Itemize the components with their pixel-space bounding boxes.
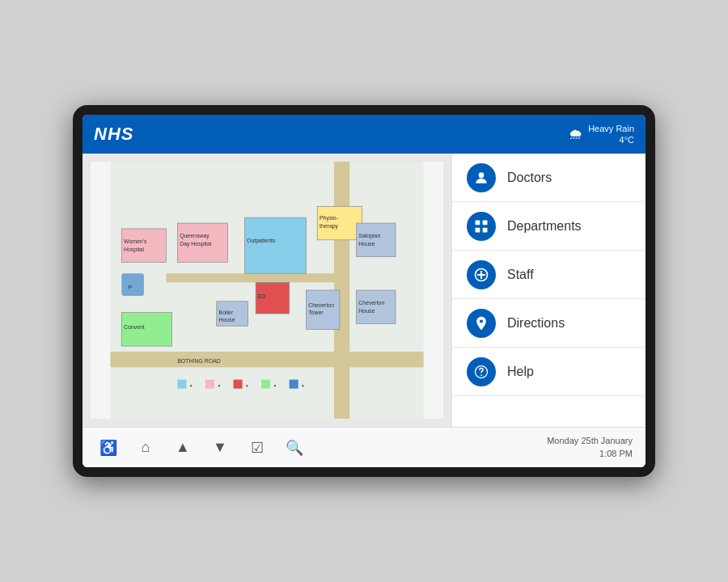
svg-text:●: ● <box>218 383 220 388</box>
svg-rect-41 <box>290 380 298 389</box>
svg-point-44 <box>479 172 485 178</box>
menu-item-staff[interactable]: Staff <box>452 251 645 299</box>
svg-text:Queensway: Queensway <box>180 233 210 239</box>
svg-text:Tower: Tower <box>308 310 324 315</box>
svg-text:Cheverton: Cheverton <box>358 300 384 306</box>
toolbar-buttons: ♿ ⌂ ▲ ▼ ☑ 🔍 <box>95 435 307 461</box>
svg-text:●: ● <box>246 383 248 388</box>
svg-rect-37 <box>234 380 243 389</box>
directions-icon <box>467 309 496 338</box>
menu-item-directions[interactable]: Directions <box>452 299 645 348</box>
svg-rect-47 <box>476 227 480 232</box>
map-area: Women's Hospital Queensway Day Hospital … <box>83 154 451 427</box>
hospital-map: Women's Hospital Queensway Day Hospital … <box>91 162 443 419</box>
date-line2: 1:08 PM <box>547 448 633 460</box>
date-line1: Monday 25th January <box>547 435 633 447</box>
departments-label: Departments <box>507 219 582 234</box>
svg-rect-46 <box>483 220 488 225</box>
svg-rect-48 <box>483 227 488 232</box>
footer-toolbar: ♿ ⌂ ▲ ▼ ☑ 🔍 Monday 25th January 1:08 PM <box>83 427 645 467</box>
svg-text:Women's: Women's <box>124 238 147 244</box>
svg-text:therapy: therapy <box>320 223 339 230</box>
svg-point-54 <box>480 374 482 376</box>
svg-text:Physio-: Physio- <box>320 215 338 221</box>
scroll-up-button[interactable]: ▲ <box>170 435 196 461</box>
menu-item-help[interactable]: Help <box>452 348 645 396</box>
menu-item-departments[interactable]: Departments <box>452 202 645 251</box>
scroll-down-button[interactable]: ▼ <box>207 435 233 461</box>
svg-text:House: House <box>219 317 235 323</box>
svg-rect-45 <box>476 220 480 225</box>
svg-text:●: ● <box>273 383 276 388</box>
svg-point-52 <box>480 319 483 323</box>
header: NHS 🌧 Heavy Rain 4°C <box>83 115 645 154</box>
departments-icon <box>467 212 496 241</box>
weather-icon: 🌧 <box>569 126 583 143</box>
search-button[interactable]: 🔍 <box>281 435 307 461</box>
help-label: Help <box>507 365 534 379</box>
svg-rect-31 <box>121 273 144 296</box>
staff-icon <box>467 260 496 289</box>
device-screen: NHS 🌧 Heavy Rain 4°C <box>83 115 645 467</box>
weather-temperature: 4°C <box>588 134 634 146</box>
svg-text:Cheverton: Cheverton <box>308 302 334 308</box>
svg-text:●: ● <box>302 383 304 388</box>
svg-rect-10 <box>244 217 306 273</box>
home-button[interactable]: ⌂ <box>133 435 159 461</box>
svg-rect-35 <box>205 380 214 389</box>
map-container: Women's Hospital Queensway Day Hospital … <box>91 162 443 419</box>
checklist-button[interactable]: ☑ <box>244 435 270 461</box>
svg-rect-3 <box>167 273 345 282</box>
svg-text:Outpatients: Outpatients <box>247 238 276 244</box>
svg-text:Convent: Convent <box>124 324 145 330</box>
svg-rect-39 <box>261 380 270 389</box>
svg-text:Day Hospital: Day Hospital <box>180 241 212 247</box>
svg-text:Hospital: Hospital <box>124 247 144 253</box>
date-time-display: Monday 25th January 1:08 PM <box>547 435 633 460</box>
svg-text:P: P <box>129 285 133 290</box>
svg-text:Boiler: Boiler <box>219 310 234 315</box>
doctors-icon <box>467 163 496 192</box>
device-frame: NHS 🌧 Heavy Rain 4°C <box>73 105 655 477</box>
weather-widget: 🌧 Heavy Rain 4°C <box>569 123 634 146</box>
svg-text:BOTHING ROAD: BOTHING ROAD <box>177 358 220 364</box>
staff-label: Staff <box>507 268 534 282</box>
weather-text: Heavy Rain 4°C <box>588 123 634 146</box>
weather-condition: Heavy Rain <box>588 123 634 134</box>
svg-rect-33 <box>177 380 186 389</box>
svg-text:House: House <box>358 241 375 247</box>
svg-text:●: ● <box>190 383 193 388</box>
svg-text:House: House <box>358 308 375 314</box>
directions-label: Directions <box>507 316 565 331</box>
doctors-label: Doctors <box>507 171 552 185</box>
svg-text:Salopian: Salopian <box>358 233 380 239</box>
main-content: Women's Hospital Queensway Day Hospital … <box>83 154 645 427</box>
svg-text:ED: ED <box>258 293 266 299</box>
nhs-logo: NHS <box>94 124 133 145</box>
menu-area: Doctors Departments <box>451 154 645 427</box>
menu-item-doctors[interactable]: Doctors <box>452 154 645 202</box>
help-icon <box>467 357 496 386</box>
svg-rect-1 <box>110 352 423 367</box>
accessibility-button[interactable]: ♿ <box>95 435 121 461</box>
